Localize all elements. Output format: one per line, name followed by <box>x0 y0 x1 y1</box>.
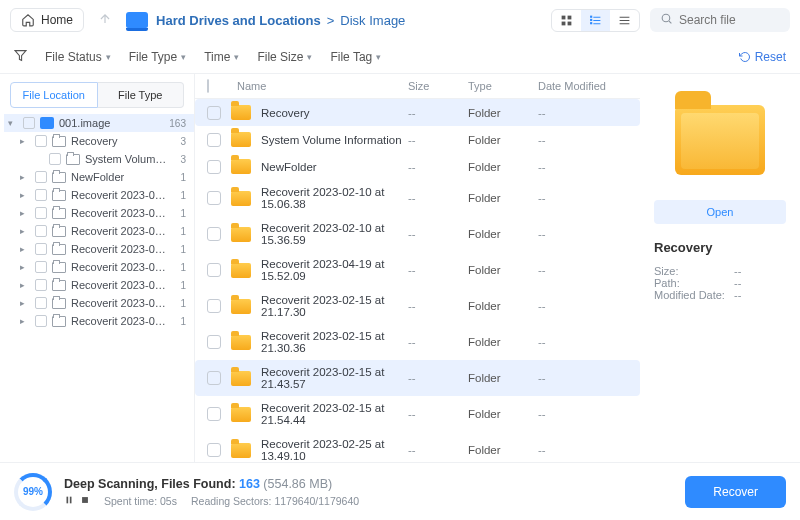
breadcrumb-root[interactable]: Hard Drives and Locations <box>156 13 321 28</box>
checkbox[interactable] <box>35 315 47 327</box>
checkbox[interactable] <box>35 135 47 147</box>
checkbox[interactable] <box>35 189 47 201</box>
col-name[interactable]: Name <box>231 80 408 92</box>
filter-file-tag[interactable]: File Tag▾ <box>330 50 381 64</box>
breadcrumb-current[interactable]: Disk Image <box>340 13 405 28</box>
checkbox[interactable] <box>35 243 47 255</box>
checkbox[interactable] <box>23 117 35 129</box>
filter-icon[interactable] <box>14 49 27 65</box>
row-checkbox[interactable] <box>207 407 221 421</box>
tree-item[interactable]: ▸Recoverit 2023-04-19 at...1 <box>4 222 194 240</box>
tree-item[interactable]: ▸Recoverit 2023-02-10 at...1 <box>4 186 194 204</box>
table-row[interactable]: System Volume Information--Folder-- <box>195 126 640 153</box>
filter-file-type[interactable]: File Type▾ <box>129 50 186 64</box>
folder-icon <box>675 105 765 175</box>
filter-time[interactable]: Time▾ <box>204 50 239 64</box>
col-size[interactable]: Size <box>408 80 468 92</box>
cell-modified: -- <box>538 134 628 146</box>
open-button[interactable]: Open <box>654 200 786 224</box>
svg-rect-9 <box>591 22 592 23</box>
tree-item[interactable]: ▸Recovery3 <box>4 132 194 150</box>
checkbox[interactable] <box>35 297 47 309</box>
row-checkbox[interactable] <box>207 227 221 241</box>
chevron-right-icon[interactable]: ▸ <box>20 280 30 290</box>
col-type[interactable]: Type <box>468 80 538 92</box>
checkbox[interactable] <box>49 153 61 165</box>
row-checkbox[interactable] <box>207 191 221 205</box>
view-detail-button[interactable] <box>581 10 610 31</box>
home-button[interactable]: Home <box>10 8 84 32</box>
row-checkbox[interactable] <box>207 160 221 174</box>
table-row[interactable]: NewFolder--Folder-- <box>195 153 640 180</box>
chevron-right-icon[interactable]: ▸ <box>20 226 30 236</box>
chevron-right-icon[interactable]: ▸ <box>20 316 30 326</box>
sectors: Reading Sectors: 1179640/1179640 <box>191 495 359 507</box>
row-checkbox[interactable] <box>207 106 221 120</box>
chevron-right-icon[interactable]: ▸ <box>20 190 30 200</box>
row-checkbox[interactable] <box>207 335 221 349</box>
select-all-checkbox[interactable] <box>207 79 209 93</box>
table-row[interactable]: Recoverit 2023-02-10 at 15.06.38--Folder… <box>195 180 640 216</box>
table-row[interactable]: Recovery--Folder-- <box>195 99 640 126</box>
row-checkbox[interactable] <box>207 443 221 457</box>
svg-rect-18 <box>82 497 88 503</box>
chevron-right-icon[interactable]: ▸ <box>20 136 30 146</box>
cell-modified: -- <box>538 300 628 312</box>
checkbox[interactable] <box>35 279 47 291</box>
tree-item[interactable]: ▸Recoverit 2023-02-15 at...1 <box>4 258 194 276</box>
row-checkbox[interactable] <box>207 133 221 147</box>
row-checkbox[interactable] <box>207 371 221 385</box>
tree-label: System Volume Inform... <box>85 153 171 165</box>
table-row[interactable]: Recoverit 2023-02-10 at 15.36.59--Folder… <box>195 216 640 252</box>
checkbox[interactable] <box>35 171 47 183</box>
tree-item[interactable]: ▸NewFolder1 <box>4 168 194 186</box>
col-modified[interactable]: Date Modified <box>538 80 628 92</box>
home-icon <box>21 13 35 27</box>
recover-button[interactable]: Recover <box>685 476 786 508</box>
pause-icon[interactable] <box>64 495 74 507</box>
tree-label: Recoverit 2023-02-10 at... <box>71 189 171 201</box>
up-button[interactable] <box>92 8 118 33</box>
view-grid-button[interactable] <box>552 10 581 31</box>
folder-icon <box>231 132 251 147</box>
table-row[interactable]: Recoverit 2023-02-15 at 21.43.57--Folder… <box>195 360 640 396</box>
view-list-button[interactable] <box>610 10 639 31</box>
chevron-right-icon[interactable]: ▸ <box>20 298 30 308</box>
chevron-right-icon[interactable]: ▸ <box>20 208 30 218</box>
checkbox[interactable] <box>35 225 47 237</box>
row-checkbox[interactable] <box>207 263 221 277</box>
table-row[interactable]: Recoverit 2023-04-19 at 15.52.09--Folder… <box>195 252 640 288</box>
chevron-right-icon[interactable]: ▸ <box>20 262 30 272</box>
table-row[interactable]: Recoverit 2023-02-25 at 13.49.10--Folder… <box>195 432 640 462</box>
tree-item[interactable]: ▸Recoverit 2023-02-15 at...1 <box>4 276 194 294</box>
reset-button[interactable]: Reset <box>739 50 786 64</box>
filter-file-size[interactable]: File Size▾ <box>257 50 312 64</box>
tree-root[interactable]: ▾ 001.image 163 <box>4 114 194 132</box>
cell-name: Recoverit 2023-02-15 at 21.43.57 <box>261 366 408 390</box>
checkbox[interactable] <box>35 207 47 219</box>
cell-type: Folder <box>468 161 538 173</box>
table-row[interactable]: Recoverit 2023-02-15 at 21.30.36--Folder… <box>195 324 640 360</box>
tree-item[interactable]: ▸Recoverit 2023-02-10 at...1 <box>4 204 194 222</box>
cell-size: -- <box>408 444 468 456</box>
search-input[interactable] <box>679 13 780 27</box>
tree-count: 1 <box>176 244 186 255</box>
tree-item[interactable]: ▸Recoverit 2023-02-15 at...1 <box>4 240 194 258</box>
search-field[interactable] <box>650 8 790 32</box>
tab-file-type[interactable]: File Type <box>98 82 185 108</box>
filter-file-status[interactable]: File Status▾ <box>45 50 111 64</box>
table-row[interactable]: Recoverit 2023-02-15 at 21.54.44--Folder… <box>195 396 640 432</box>
table-row[interactable]: Recoverit 2023-02-15 at 21.17.30--Folder… <box>195 288 640 324</box>
folder-icon <box>231 299 251 314</box>
checkbox[interactable] <box>35 261 47 273</box>
chevron-right-icon[interactable]: ▸ <box>20 244 30 254</box>
tree-item[interactable]: ▸Recoverit 2023-02-25 at...1 <box>4 312 194 330</box>
tree-item[interactable]: ▸Recoverit 2023-02-15 at...1 <box>4 294 194 312</box>
chevron-right-icon[interactable]: ▸ <box>20 172 30 182</box>
folder-icon <box>231 105 251 120</box>
stop-icon[interactable] <box>80 495 90 507</box>
row-checkbox[interactable] <box>207 299 221 313</box>
tree-item[interactable]: System Volume Inform...3 <box>4 150 194 168</box>
tab-file-location[interactable]: File Location <box>10 82 98 108</box>
chevron-down-icon[interactable]: ▾ <box>8 118 18 128</box>
